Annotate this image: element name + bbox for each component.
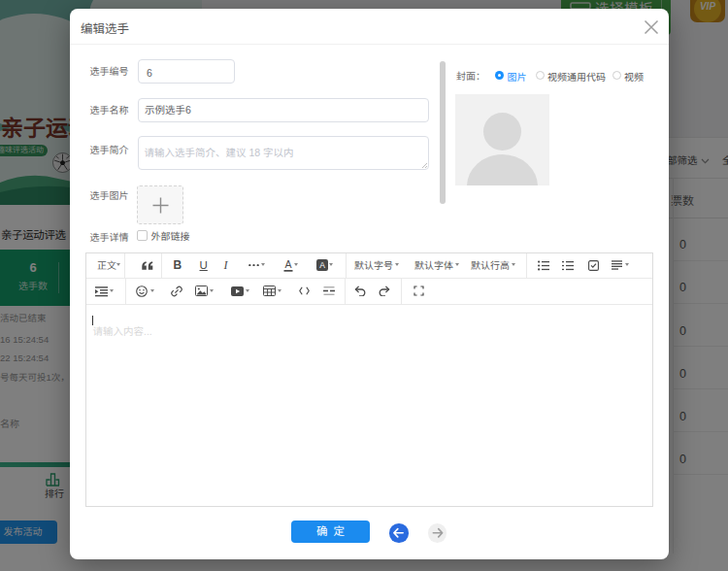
svg-text:A: A [319,260,325,270]
svg-text:A: A [284,259,291,270]
